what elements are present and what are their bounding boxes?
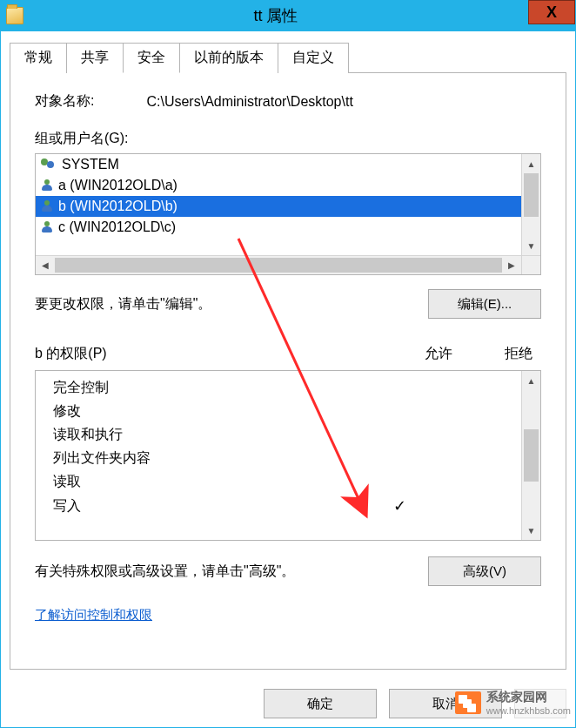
allow-header: 允许 <box>425 345 452 363</box>
list-item-user-c[interactable]: c (WIN2012OLD\c) <box>36 217 521 238</box>
watermark-text: 系统家园网 <box>486 690 571 705</box>
list-item-label: SYSTEM <box>62 157 119 172</box>
edit-hint: 要更改权限，请单击"编辑"。 <box>35 295 211 313</box>
watermark: 系统家园网 www.hnzkhbsb.com <box>455 690 571 716</box>
user-icon <box>41 221 53 233</box>
edit-button[interactable]: 编辑(E)... <box>428 289 541 319</box>
list-item-user-a[interactable]: a (WIN2012OLD\a) <box>36 175 521 196</box>
scroll-track[interactable] <box>522 217 540 236</box>
permissions-vscrollbar[interactable]: ▲ ▼ <box>521 371 540 540</box>
advanced-hint: 有关特殊权限或高级设置，请单击"高级"。 <box>35 563 295 581</box>
scroll-thumb[interactable] <box>524 429 539 482</box>
perm-label: 读取 <box>53 473 365 491</box>
groups-label: 组或用户名(G): <box>35 130 541 148</box>
ok-button[interactable]: 确定 <box>264 689 377 718</box>
list-item-label: b (WIN2012OLD\b) <box>58 199 177 214</box>
folder-icon <box>6 7 23 24</box>
scroll-track[interactable] <box>522 482 540 521</box>
deny-header: 拒绝 <box>505 345 532 363</box>
object-path: C:\Users\Administrator\Desktop\tt <box>146 94 352 110</box>
group-icon <box>41 158 57 171</box>
tab-previous-versions[interactable]: 以前的版本 <box>179 43 278 73</box>
scroll-up-icon[interactable]: ▲ <box>522 371 540 390</box>
advanced-button[interactable]: 高级(V) <box>428 556 541 586</box>
close-button[interactable]: X <box>528 0 575 24</box>
perm-row-write: 写入 ✓ <box>36 494 521 518</box>
learn-link[interactable]: 了解访问控制和权限 <box>35 607 541 624</box>
perm-row-list-folder: 列出文件夹内容 <box>36 447 521 470</box>
perm-label: 修改 <box>53 402 365 421</box>
scroll-thumb[interactable] <box>524 173 539 217</box>
permissions-title: b 的权限(P) <box>35 345 107 363</box>
scroll-track[interactable] <box>55 258 502 273</box>
scroll-corner <box>521 256 540 274</box>
scroll-right-icon[interactable]: ▶ <box>502 256 521 274</box>
perm-row-modify: 修改 <box>36 400 521 423</box>
window-title: tt 属性 <box>23 5 528 26</box>
titlebar: tt 属性 X <box>0 0 576 31</box>
perm-row-full-control: 完全控制 <box>36 376 521 400</box>
user-icon <box>41 179 53 192</box>
scroll-up-icon[interactable]: ▲ <box>522 154 540 173</box>
user-icon <box>41 200 53 212</box>
window-body: 常规 共享 安全 以前的版本 自定义 对象名称: C:\Users\Admini… <box>0 31 576 728</box>
perm-allow-check-icon: ✓ <box>365 496 434 516</box>
list-item-label: c (WIN2012OLD\c) <box>58 219 176 235</box>
perm-row-read-execute: 读取和执行 <box>36 423 521 447</box>
watermark-logo-icon <box>455 691 481 714</box>
list-item-user-b[interactable]: b (WIN2012OLD\b) <box>36 196 521 217</box>
scroll-down-icon[interactable]: ▼ <box>522 521 540 540</box>
tab-security[interactable]: 安全 <box>123 43 180 73</box>
permissions-listbox: 完全控制 修改 读取和执行 列出文件夹内容 <box>35 370 541 541</box>
perm-row-read: 读取 <box>36 470 521 494</box>
tabstrip: 常规 共享 安全 以前的版本 自定义 <box>10 42 566 73</box>
security-panel: 对象名称: C:\Users\Administrator\Desktop\tt … <box>10 73 566 670</box>
perm-label: 读取和执行 <box>53 426 365 444</box>
groups-hscrollbar[interactable]: ◀ ▶ <box>36 255 540 274</box>
perm-label: 写入 <box>53 497 365 516</box>
groups-vscrollbar[interactable]: ▲ ▼ <box>521 154 540 255</box>
scroll-down-icon[interactable]: ▼ <box>522 236 540 255</box>
object-name-row: 对象名称: C:\Users\Administrator\Desktop\tt <box>35 92 541 111</box>
tab-general[interactable]: 常规 <box>10 43 67 73</box>
list-item-system[interactable]: SYSTEM <box>36 154 521 175</box>
object-name-label: 对象名称: <box>35 92 94 111</box>
list-item-label: a (WIN2012OLD\a) <box>58 178 177 193</box>
perm-label: 列出文件夹内容 <box>53 449 365 468</box>
tab-sharing[interactable]: 共享 <box>66 43 124 73</box>
tab-customize[interactable]: 自定义 <box>278 43 349 73</box>
scroll-track[interactable] <box>522 390 540 429</box>
perm-label: 完全控制 <box>53 379 365 397</box>
scroll-left-icon[interactable]: ◀ <box>36 256 55 274</box>
watermark-url: www.hnzkhbsb.com <box>486 705 571 716</box>
groups-listbox[interactable]: SYSTEM a (WIN2012OLD\a) b (WIN2012OLD\b)… <box>35 153 541 275</box>
